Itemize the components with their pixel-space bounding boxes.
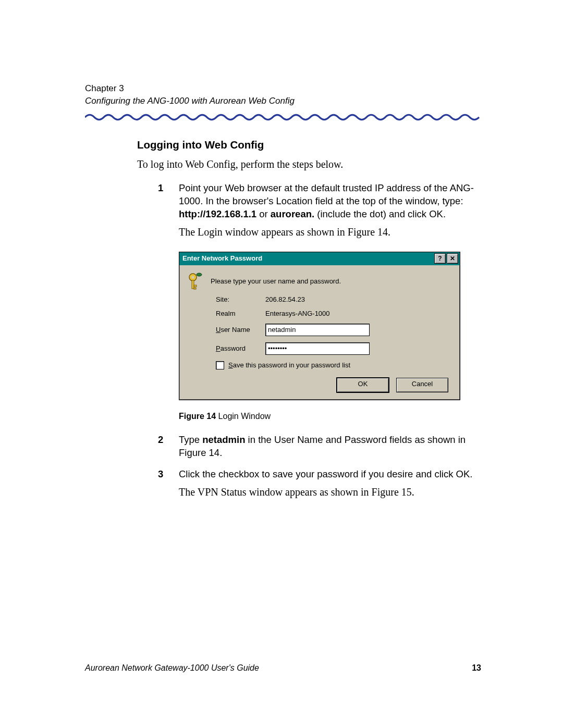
footer-page-number: 13 xyxy=(472,663,481,673)
figure-title: Login Window xyxy=(216,412,271,421)
password-label: Password xyxy=(216,344,265,352)
divider-wave xyxy=(85,114,481,121)
step-bold: aurorean. xyxy=(271,208,314,219)
ok-button[interactable]: OK xyxy=(337,378,389,392)
svg-point-1 xyxy=(191,276,194,278)
close-button[interactable]: ✕ xyxy=(447,253,458,264)
figure-number: Figure 14 xyxy=(179,412,216,421)
step-1: 1 Point your Web browser at the default … xyxy=(158,182,481,239)
login-dialog-figure: Enter Network Password ? ✕ xyxy=(179,252,460,400)
dialog-title: Enter Network Password xyxy=(182,254,433,262)
step-text: Click the checkbox to save your password… xyxy=(179,468,472,479)
chapter-label: Chapter 3 xyxy=(85,83,481,94)
step-number: 1 xyxy=(158,182,163,195)
section-heading: Logging into Web Config xyxy=(137,139,481,151)
help-button[interactable]: ? xyxy=(434,253,446,264)
step-number: 3 xyxy=(158,468,163,481)
chapter-subtitle: Configuring the ANG-1000 with Aurorean W… xyxy=(85,96,481,106)
step-text: (include the dot) and click OK. xyxy=(314,208,446,219)
site-value: 206.82.54.23 xyxy=(265,295,305,303)
realm-value: Enterasys-ANG-1000 xyxy=(265,310,330,317)
cancel-button[interactable]: Cancel xyxy=(396,378,448,392)
svg-rect-4 xyxy=(194,288,196,289)
dialog-prompt: Please type your user name and password. xyxy=(211,277,341,285)
username-label: User Name xyxy=(216,326,265,334)
site-label: Site: xyxy=(216,295,265,303)
step-2: 2 Type netadmin in the User Name and Pas… xyxy=(158,434,481,460)
footer-guide-title: Aurorean Network Gateway-1000 User's Gui… xyxy=(85,663,259,673)
username-field[interactable] xyxy=(265,324,370,336)
key-icon xyxy=(188,273,211,290)
step-number: 2 xyxy=(158,434,163,447)
step-bold: netadmin xyxy=(202,434,245,445)
save-password-label: Save this password in your password list xyxy=(228,361,350,369)
step-text: Point your Web browser at the default tr… xyxy=(179,182,474,206)
step-text: Type xyxy=(179,434,202,445)
step-text: or xyxy=(259,208,271,219)
password-field[interactable] xyxy=(265,342,370,355)
login-dialog: Enter Network Password ? ✕ xyxy=(179,252,460,400)
svg-rect-3 xyxy=(194,285,197,287)
save-password-checkbox[interactable] xyxy=(216,361,224,369)
step-3: 3 Click the checkbox to save your passwo… xyxy=(158,468,481,499)
figure-caption: Figure 14 Login Window xyxy=(179,412,481,421)
page-footer: Aurorean Network Gateway-1000 User's Gui… xyxy=(85,663,481,673)
intro-text: To log into Web Config, perform the step… xyxy=(137,158,481,170)
step-bold: http://192.168.1.1 xyxy=(179,208,259,219)
realm-label: Realm xyxy=(216,310,265,317)
step-result: The Login window appears as shown in Fig… xyxy=(179,225,481,239)
dialog-titlebar: Enter Network Password ? ✕ xyxy=(179,252,460,265)
svg-rect-2 xyxy=(192,280,194,289)
step-result: The VPN Status window appears as shown i… xyxy=(179,485,481,499)
